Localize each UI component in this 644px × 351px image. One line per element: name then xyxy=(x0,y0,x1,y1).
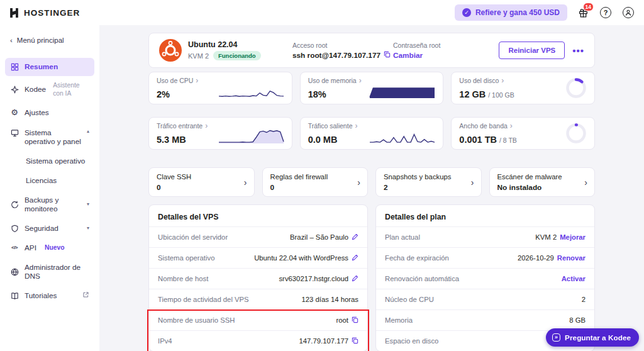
metric-label[interactable]: Tráfico entrante› xyxy=(157,122,208,130)
detail-row-ssh-username: Nombre de usuario SSH root xyxy=(149,309,367,330)
sidebar-item-label: Resumen xyxy=(25,62,58,72)
detail-row-server-location: Ubicación del servidor Brazil – São Paul… xyxy=(149,226,367,247)
sidebar-item-label: Tutoriales xyxy=(25,291,57,301)
sidebar-item-label: Licencias xyxy=(26,176,57,186)
malware-scanner-card[interactable]: Escáner de malware No instalado › xyxy=(489,167,596,197)
firewall-rules-card[interactable]: Reglas del firewall 0 › xyxy=(262,167,369,197)
chevron-down-icon: ▾ xyxy=(87,225,89,231)
chevron-right-icon: › xyxy=(501,77,504,84)
upgrade-link[interactable]: Mejorar xyxy=(560,233,586,241)
plan-name: KVM 2 xyxy=(188,52,209,60)
bandwidth-card[interactable]: Ancho de banda› 0.001 TB / 8 TB xyxy=(451,117,595,150)
os-name: Ubuntu 22.04 xyxy=(188,40,261,49)
sidebar-item-api[interactable]: </> API Nuevo xyxy=(5,239,94,257)
metric-label[interactable]: Ancho de banda› xyxy=(459,122,517,130)
restart-vps-button[interactable]: Reiniciar VPS xyxy=(499,42,565,59)
sidebar-item-resumen[interactable]: Resumen xyxy=(5,58,94,76)
ask-kodee-button[interactable]: » Preguntar a Kodee xyxy=(546,328,639,347)
memory-usage-card[interactable]: Uso de memoria› 18% xyxy=(300,72,444,104)
activate-link[interactable]: Activar xyxy=(562,275,586,282)
inbound-traffic-sparkline xyxy=(218,123,284,144)
server-header-card: Ubuntu 22.04 KVM 2 Funcionando Acceso ro… xyxy=(148,33,595,68)
metric-value: 0.001 TB / 8 TB xyxy=(459,135,517,145)
detail-row-hostname: Nombre de host srv630217.hstgr.cloud xyxy=(149,268,367,289)
copy-icon[interactable] xyxy=(352,337,358,345)
inbound-traffic-card[interactable]: Tráfico entrante› 5.3 MB xyxy=(148,117,292,150)
sparkle-icon xyxy=(10,86,19,94)
sidebar-item-label: Sistema operativo y panel xyxy=(25,128,81,147)
hostinger-logo-icon xyxy=(9,8,19,18)
detail-row-current-plan: Plan actual KVM 2 Mejorar xyxy=(376,226,594,247)
help-button[interactable]: ? xyxy=(599,6,613,20)
chevron-right-icon: › xyxy=(510,123,513,129)
sidebar-item-note: Nuevo xyxy=(45,244,64,252)
vps-details-card: Detalles del VPS Ubicación del servidor … xyxy=(148,204,368,351)
disk-usage-card[interactable]: Uso del disco› 12 GB / 100 GB xyxy=(451,72,595,104)
metric-value: 2% xyxy=(157,89,198,99)
refresh-icon xyxy=(10,201,19,209)
chevron-right-icon: › xyxy=(584,177,587,187)
gift-button[interactable]: 14 xyxy=(576,6,590,20)
cpu-usage-card[interactable]: Uso de CPU› 2% xyxy=(148,72,292,104)
outbound-traffic-sparkline xyxy=(369,123,435,144)
copy-icon[interactable] xyxy=(352,316,358,325)
metric-label[interactable]: Tráfico saliente› xyxy=(308,122,358,130)
chevron-right-icon: › xyxy=(471,177,474,187)
quick-link-value: 2 xyxy=(384,183,474,192)
gear-icon: ⚙ xyxy=(10,108,19,118)
cpu-usage-sparkline xyxy=(218,77,284,99)
sidebar-item-label: Kodee xyxy=(25,85,46,94)
edit-icon[interactable] xyxy=(352,233,358,242)
sidebar-item-label: Seguridad xyxy=(25,224,58,233)
metrics-grid: Uso de CPU› 2% Uso de memoria› 18% xyxy=(148,72,595,150)
shield-icon xyxy=(10,225,19,233)
quick-link-value: No instalado xyxy=(497,183,587,192)
more-options-button[interactable]: ••• xyxy=(572,45,584,56)
metric-label[interactable]: Uso de memoria› xyxy=(308,77,362,84)
sidebar-item-tutoriales[interactable]: Tutoriales xyxy=(5,287,94,305)
quick-links: Clave SSH 0 › Reglas del firewall 0 › Sn… xyxy=(148,167,595,197)
metric-value: 18% xyxy=(308,89,362,99)
status-badge: Funcionando xyxy=(213,51,261,60)
quick-link-label: Escáner de malware xyxy=(497,173,587,181)
chevron-right-icon: › xyxy=(196,77,198,84)
root-access-label: Acceso root xyxy=(292,42,393,49)
sidebar-item-sistema-operativo-y-panel[interactable]: Sistema operativo y panel ▴ xyxy=(5,124,94,151)
renew-link[interactable]: Renovar xyxy=(557,254,586,262)
quick-link-value: 0 xyxy=(157,183,247,192)
outbound-traffic-card[interactable]: Tráfico saliente› 0.0 MB xyxy=(300,117,444,150)
sidebar-item-label: Sistema operativo xyxy=(26,157,85,166)
hostinger-logo[interactable]: HOSTINGER xyxy=(9,8,80,18)
copy-icon[interactable] xyxy=(384,51,391,60)
back-to-main-menu[interactable]: ‹ Menú principal xyxy=(0,31,99,57)
snapshots-backups-card[interactable]: Snapshots y backups 2 › xyxy=(375,167,482,197)
sidebar-item-label: Administrador de DNS xyxy=(25,263,89,281)
sidebar-item-administrador-de-dns[interactable]: Administrador de DNS xyxy=(5,259,94,286)
profile-button[interactable] xyxy=(621,6,635,20)
ssh-keys-card[interactable]: Clave SSH 0 › xyxy=(148,167,255,197)
edit-icon[interactable] xyxy=(352,254,358,262)
detail-row-cpu-cores: Núcleo de CPU 2 xyxy=(376,289,594,309)
sidebar-item-licencias[interactable]: Licencias xyxy=(5,172,94,190)
detail-row-operating-system: Sistema operativo Ubuntu 22.04 with Word… xyxy=(149,247,367,268)
card-title: Detalles del VPS xyxy=(149,205,367,226)
sidebar-item-sistema-operativo[interactable]: Sistema operativo xyxy=(5,152,94,170)
change-password-link[interactable]: Cambiar xyxy=(393,51,423,60)
metric-label[interactable]: Uso del disco› xyxy=(459,77,514,84)
detail-row-expiration-date: Fecha de expiración 2026-10-29 Renovar xyxy=(376,247,594,268)
sidebar-item-label: Backups y monitoreo xyxy=(25,196,81,214)
sidebar-item-kodee[interactable]: Kodee Asistente con IA xyxy=(5,77,94,103)
grid-icon xyxy=(10,63,19,71)
edit-icon[interactable] xyxy=(352,275,358,283)
referral-button[interactable]: ✓ Refiere y gana 450 USD xyxy=(455,4,567,21)
sidebar-item-backups-y-monitoreo[interactable]: Backups y monitoreo ▾ xyxy=(5,191,94,218)
ubuntu-logo-icon xyxy=(159,39,182,62)
sidebar-item-seguridad[interactable]: Seguridad ▾ xyxy=(5,220,94,238)
help-icon: ? xyxy=(600,7,611,18)
main-content: Ubuntu 22.04 KVM 2 Funcionando Acceso ro… xyxy=(99,25,644,351)
metric-value: 12 GB / 100 GB xyxy=(459,89,514,99)
chevron-down-icon: ▾ xyxy=(87,201,89,208)
sidebar-item-ajustes[interactable]: ⚙ Ajustes xyxy=(5,103,94,122)
code-icon: </> xyxy=(10,245,19,251)
metric-label[interactable]: Uso de CPU› xyxy=(157,77,198,84)
